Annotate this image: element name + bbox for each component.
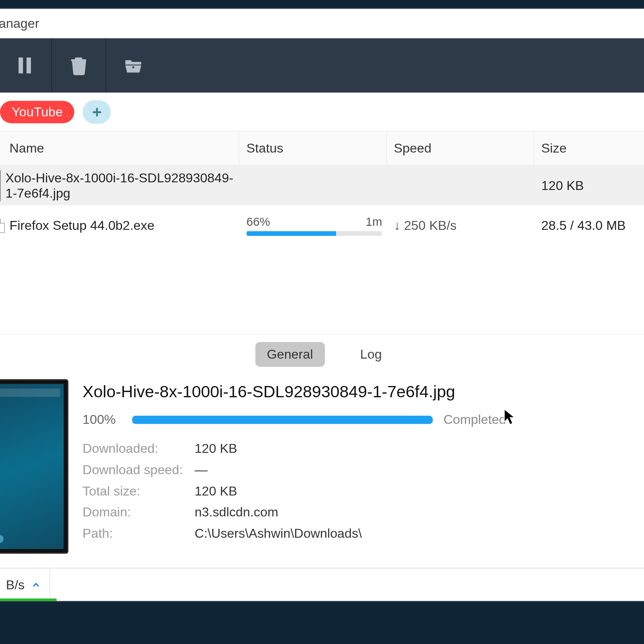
table-row[interactable]: Firefox Setup 44.0b2.exe 66% 1m [0,206,644,246]
activity-indicator [0,599,57,601]
open-folder-icon [123,55,144,76]
file-name: Xolo-Hive-8x-1000i-16-SDL928930849-1-7e6… [5,170,239,201]
image-thumb-icon [0,170,1,201]
detail-filename: Xolo-Hive-8x-1000i-16-SDL928930849-1-7e6… [83,383,644,402]
kv-total-value: 120 KB [194,481,237,502]
tab-log[interactable]: Log [348,342,393,367]
toolbar [0,38,644,93]
kv-speed-label: Download speed: [83,459,194,481]
col-header-speed[interactable]: Speed [387,132,534,165]
col-header-name[interactable]: Name [0,132,239,165]
svg-rect-0 [18,58,23,74]
kv-path-label: Path: [83,523,194,544]
col-header-size[interactable]: Size [534,132,644,165]
table-header: Name Status Speed Size [0,132,644,166]
category-bar: YouTube + [0,93,644,132]
table-row[interactable]: Xolo-Hive-8x-1000i-16-SDL928930849-1-7e6… [0,166,644,206]
kv-downloaded-label: Downloaded: [83,438,194,459]
detail-progress-bar [132,416,433,424]
row-progress-pct: 66% [246,215,270,229]
list-empty-area [0,246,644,334]
pause-icon [14,55,35,76]
file-icon [0,219,5,233]
tab-general[interactable]: General [255,342,325,367]
detail-progress-state: Completed [444,412,506,427]
detail-panel: Xolo-Hive-8x-1000i-16-SDL928930849-1-7e6… [0,373,644,568]
kv-downloaded-value: 120 KB [194,438,237,459]
chevron-up-icon [31,579,41,590]
delete-button[interactable] [52,38,106,93]
window-titlebar[interactable]: anager [0,9,644,38]
row-size: 28.5 / 43.0 MB [541,218,626,233]
trash-icon [68,55,89,76]
status-rate: B/s [6,577,25,592]
row-speed: ↓ 250 KB/s [394,218,457,233]
kv-path-value: C:\Users\Ashwin\Downloads\ [194,523,362,544]
col-header-status[interactable]: Status [239,132,387,165]
row-progress-eta: 1m [366,215,382,229]
file-name: Firefox Setup 44.0b2.exe [9,218,154,233]
detail-progress: 100% Completed [83,412,644,427]
open-folder-button[interactable] [106,38,161,93]
status-rate-cell[interactable]: B/s [0,568,50,601]
add-category-button[interactable]: + [83,100,111,124]
kv-speed-value: — [194,459,207,481]
kv-total-label: Total size: [83,481,194,502]
detail-progress-pct: 100% [83,412,122,427]
row-progress: 66% 1m [246,215,382,236]
row-size: 120 KB [541,178,584,193]
window-title: anager [0,16,39,31]
download-list: Xolo-Hive-8x-1000i-16-SDL928930849-1-7e6… [0,166,644,246]
app-window: anager YouTube + [0,8,644,602]
kv-domain-label: Domain: [83,502,194,523]
category-chip-youtube[interactable]: YouTube [0,101,74,123]
kv-domain-value: n3.sdlcdn.com [194,502,278,523]
svg-rect-1 [26,58,31,74]
detail-tabs: General Log [0,334,644,374]
pause-button[interactable] [0,38,52,93]
status-bar: B/s [0,568,644,601]
preview-thumbnail [0,379,68,554]
